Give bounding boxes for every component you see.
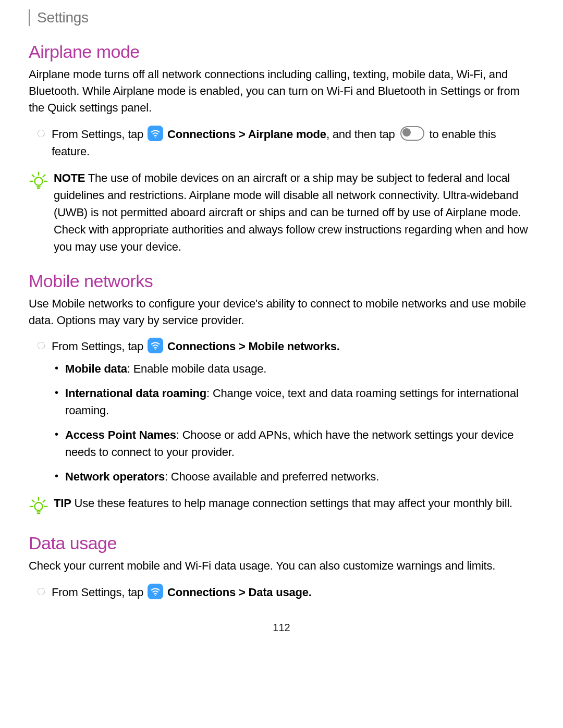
step-item: From Settings, tap Connections > Data us… — [29, 584, 534, 601]
step-path: Connections > Mobile networks. — [167, 340, 340, 353]
tip-block-mobile: TIP Use these features to help manage co… — [29, 495, 534, 517]
sub-list-mobile: Mobile data: Enable mobile data usage. I… — [52, 360, 534, 485]
step-marker-icon — [38, 342, 45, 349]
step-item: From Settings, tap Connections > Mobile … — [29, 338, 534, 485]
step-path: Connections > Airplane mode — [167, 128, 326, 141]
step-text-pre: From Settings, tap — [52, 586, 146, 599]
section-intro-data: Check your current mobile and Wi-Fi data… — [29, 558, 534, 574]
list-item: Mobile data: Enable mobile data usage. — [52, 360, 534, 377]
svg-line-12 — [32, 500, 34, 502]
note-body: The use of mobile devices on an aircraft… — [54, 171, 528, 253]
tip-text: TIP Use these features to help manage co… — [54, 495, 518, 512]
step-path: Connections > Data usage. — [167, 586, 312, 599]
tip-label: TIP — [54, 497, 71, 510]
page-container: Settings Airplane mode Airplane mode tur… — [0, 0, 563, 649]
step-marker-icon — [38, 130, 45, 137]
svg-point-0 — [155, 137, 156, 138]
svg-point-10 — [34, 503, 42, 511]
connections-icon — [148, 338, 163, 353]
svg-line-3 — [32, 175, 34, 177]
connections-icon — [148, 584, 163, 599]
step-list-airplane: From Settings, tap Connections > Airplan… — [29, 126, 534, 160]
step-text-mid: , and then tap — [326, 128, 398, 141]
step-list-mobile: From Settings, tap Connections > Mobile … — [29, 338, 534, 485]
section-heading-mobile: Mobile networks — [29, 271, 534, 291]
breadcrumb: Settings — [29, 9, 534, 26]
section-heading-data: Data usage — [29, 533, 534, 553]
list-item: Access Point Names: Choose or add APNs, … — [52, 426, 534, 461]
connections-icon — [148, 126, 163, 141]
toggle-icon — [400, 126, 424, 141]
tip-body: Use these features to help manage connec… — [71, 497, 512, 510]
list-item: Network operators: Choose available and … — [52, 468, 534, 485]
svg-point-9 — [155, 349, 156, 350]
section-intro-airplane: Airplane mode turns off all network conn… — [29, 66, 534, 116]
svg-line-4 — [43, 175, 45, 177]
section-intro-mobile: Use Mobile networks to configure your de… — [29, 295, 534, 329]
lightbulb-icon — [29, 496, 48, 517]
note-block-airplane: NOTE The use of mobile devices on an air… — [29, 169, 534, 255]
note-label: NOTE — [54, 171, 85, 184]
list-item: International data roaming: Change voice… — [52, 385, 534, 419]
svg-line-13 — [43, 500, 45, 502]
step-text-pre: From Settings, tap — [52, 128, 146, 141]
svg-point-1 — [34, 177, 42, 185]
step-list-data: From Settings, tap Connections > Data us… — [29, 584, 534, 601]
page-number: 112 — [29, 622, 534, 634]
step-text-pre: From Settings, tap — [52, 340, 146, 353]
step-marker-icon — [38, 588, 45, 595]
note-text: NOTE The use of mobile devices on an air… — [54, 169, 534, 255]
lightbulb-icon — [29, 170, 48, 192]
svg-point-18 — [155, 595, 156, 596]
page-title: Settings — [37, 9, 89, 26]
section-heading-airplane: Airplane mode — [29, 42, 534, 62]
step-item: From Settings, tap Connections > Airplan… — [29, 126, 534, 160]
